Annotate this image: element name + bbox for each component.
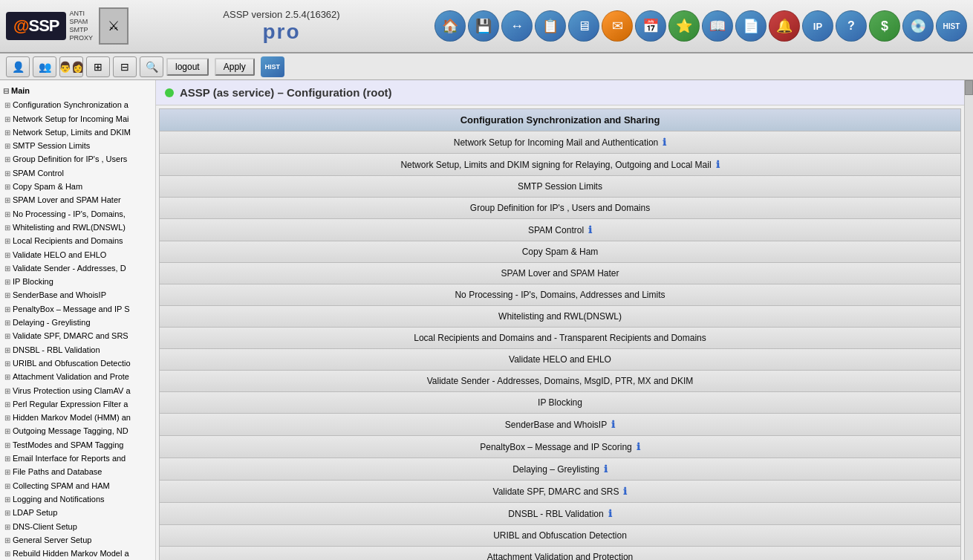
home-icon[interactable]: 🏠 (435, 10, 466, 42)
sidebar-item[interactable]: ⊞SPAM Control (0, 166, 155, 180)
sidebar-item[interactable]: ⊞SenderBase and WhoisIP (0, 288, 155, 302)
sidebar-item[interactable]: ⊞Email Interface for Reports and (0, 452, 155, 465)
logo: @SSP (6, 12, 66, 40)
person2-icon[interactable]: 👥 (33, 56, 56, 77)
section-row[interactable]: Group Definition for IP's , Users and Do… (159, 197, 961, 218)
section-row[interactable]: PenaltyBox – Message and IP Scoringℹ (159, 435, 961, 458)
sidebar-item[interactable]: ⊞LDAP Setup (0, 506, 155, 519)
version-text: ASSP version 2.5.4(16362) (128, 9, 435, 20)
section-row[interactable]: Attachment Validation and Protection (159, 546, 961, 560)
sidebar-item[interactable]: ⊞Hidden Markov Model (HMM) an (0, 411, 155, 424)
section-row[interactable]: Network Setup, Limits and DKIM signing f… (159, 153, 961, 175)
db-icon[interactable]: 💾 (468, 10, 499, 42)
section-row[interactable]: IP Blocking (159, 391, 961, 413)
section-row[interactable]: Delaying – Greylistingℹ (159, 458, 961, 480)
section-row[interactable]: Local Recipients and Domains and - Trans… (159, 327, 961, 348)
expand-icon: ⊞ (4, 481, 10, 491)
page-title: ASSP (as service) – Configuration (root) (180, 86, 392, 99)
subtoolbar: 👤 👥 👨‍👩 ⊞ ⊟ 🔍 logout Apply HIST (0, 53, 973, 80)
sidebar-item[interactable]: ⊞Outgoing Message Tagging, ND (0, 424, 155, 437)
sidebar-item[interactable]: ⊞Delaying - Greylisting (0, 316, 155, 329)
sidebar-item[interactable]: ⊞Collecting SPAM and HAM (0, 479, 155, 492)
expand-icon: ⊞ (4, 331, 10, 341)
sidebar-item[interactable]: ⊞DNS-Client Setup (0, 520, 155, 533)
expand-all-icon[interactable]: ⊞ (86, 56, 110, 77)
section-row[interactable]: SPAM Controlℹ (159, 218, 961, 241)
section-row[interactable]: SPAM Lover and SPAM Hater (159, 262, 961, 284)
collapse-all-icon[interactable]: ⊟ (113, 56, 137, 77)
expand-icon: ⊞ (4, 454, 10, 463)
expand-icon: ⊞ (4, 508, 10, 518)
sidebar-main[interactable]: ⊟ Main (0, 83, 155, 98)
sidebar-item[interactable]: ⊞Network Setup, Limits and DKIM (0, 126, 155, 139)
monitor-icon[interactable]: 🖥 (568, 10, 599, 42)
hist-button[interactable]: HIST (261, 56, 284, 77)
expand-icon: ⊞ (4, 236, 10, 246)
email-icon[interactable]: ✉ (602, 10, 633, 42)
content-area: ASSP (as service) – Configuration (root)… (156, 80, 964, 560)
save-icon[interactable]: 💿 (902, 10, 934, 42)
sidebar-item[interactable]: ⊞Whitelisting and RWL(DNSWL) (0, 221, 155, 234)
log-icon[interactable]: 📋 (535, 10, 566, 42)
sidebar-item[interactable]: ⊞Configuration Synchronization a (0, 98, 155, 111)
sidebar-item[interactable]: ⊞Copy Spam & Ham (0, 180, 155, 193)
sidebar-item[interactable]: ⊞SMTP Session Limits (0, 139, 155, 152)
doc-icon[interactable]: 📄 (735, 10, 767, 42)
expand-icon: ⊞ (4, 400, 10, 409)
sidebar-item[interactable]: ⊞DNSBL - RBL Validation (0, 343, 155, 356)
sidebar-item[interactable]: ⊞Network Setup for Incoming Mai (0, 112, 155, 126)
calendar-icon[interactable]: 📅 (635, 10, 666, 42)
section-row[interactable]: Whitelisting and RWL(DNSWL) (159, 305, 961, 327)
expand-icon: ⊞ (4, 305, 10, 314)
section-row[interactable]: Configuration Synchronization and Sharin… (159, 108, 961, 131)
section-row[interactable]: URIBL and Obfuscation Detection (159, 524, 961, 546)
help-icon[interactable]: ? (836, 10, 867, 42)
header: @SSP ANTISPAMSMTPPROXY ⚔ ASSP version 2.… (0, 0, 973, 53)
section-row[interactable]: No Processing - IP's, Domains, Addresses… (159, 284, 961, 305)
sidebar-item[interactable]: ⊞Attachment Validation and Prote (0, 370, 155, 383)
sidebar-item[interactable]: ⊞Validate Sender - Addresses, D (0, 261, 155, 275)
sidebar-item[interactable]: ⊞URIBL and Obfuscation Detectio (0, 356, 155, 370)
person-icon[interactable]: 👤 (6, 56, 30, 77)
sidebar-item[interactable]: ⊞Group Definition for IP's , Users (0, 152, 155, 166)
history-icon[interactable]: HIST (936, 10, 967, 42)
expand-icon: ⊞ (4, 440, 10, 450)
sidebar-item[interactable]: ⊞Virus Protection using ClamAV a (0, 384, 155, 397)
expand-icon: ⊞ (4, 359, 10, 368)
sidebar-item[interactable]: ⊞Logging and Notifications (0, 492, 155, 506)
section-row[interactable]: Copy Spam & Ham (159, 241, 961, 262)
section-row[interactable]: Network Setup for Incoming Mail and Auth… (159, 131, 961, 153)
sidebar-item[interactable]: ⊞TestModes and SPAM Tagging (0, 438, 155, 452)
sidebar-item[interactable]: ⊞Perl Regular Expression Filter a (0, 397, 155, 411)
star-icon[interactable]: ⭐ (668, 10, 700, 42)
sidebar-item[interactable]: ⊞IP Blocking (0, 275, 155, 288)
section-row[interactable]: SMTP Session Limits (159, 175, 961, 197)
sidebar-item[interactable]: ⊞Validate SPF, DMARC and SRS (0, 329, 155, 342)
ip-icon[interactable]: IP (802, 10, 833, 42)
scrollbar-thumb[interactable] (965, 80, 973, 95)
section-row[interactable]: Validate Sender - Addresses, Domains, Ms… (159, 370, 961, 391)
page-header: ASSP (as service) – Configuration (root) (156, 80, 964, 105)
transfer-icon[interactable]: ↔ (501, 10, 533, 42)
apply-button[interactable]: Apply (215, 58, 255, 76)
section-row[interactable]: DNSBL - RBL Validationℹ (159, 502, 961, 524)
logout-button[interactable]: logout (166, 58, 209, 76)
book-icon[interactable]: 📖 (702, 10, 733, 42)
sidebar-item[interactable]: ⊞PenaltyBox – Message and IP S (0, 302, 155, 316)
bell-icon[interactable]: 🔔 (769, 10, 800, 42)
sidebar-item[interactable]: ⊞File Paths and Database (0, 465, 155, 478)
section-row[interactable]: Validate SPF, DMARC and SRSℹ (159, 480, 961, 502)
section-row[interactable]: Validate HELO and EHLO (159, 348, 961, 370)
version-area: ASSP version 2.5.4(16362) pro (128, 9, 435, 44)
sidebar-item[interactable]: ⊞No Processing - IP's, Domains, (0, 207, 155, 221)
donate-icon[interactable]: $ (869, 10, 900, 42)
zoom-icon[interactable]: 🔍 (140, 56, 163, 77)
sidebar-item[interactable]: ⊞General Server Setup (0, 533, 155, 547)
section-row[interactable]: SenderBase and WhoisIPℹ (159, 413, 961, 435)
sidebar-item[interactable]: ⊞Local Recipients and Domains (0, 234, 155, 247)
sidebar-item[interactable]: ⊞Validate HELO and EHLO (0, 248, 155, 261)
sidebar-item[interactable]: ⊞Rebuild Hidden Markov Model a (0, 547, 155, 560)
info-icon: ℹ (623, 486, 627, 497)
sidebar-item[interactable]: ⊞SPAM Lover and SPAM Hater (0, 193, 155, 206)
group-icon[interactable]: 👨‍👩 (59, 56, 83, 77)
